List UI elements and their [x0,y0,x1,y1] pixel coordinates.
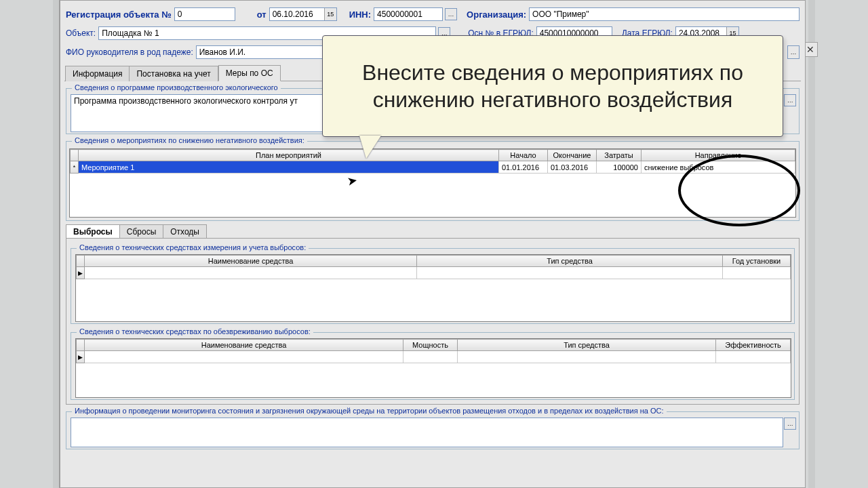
cell-end[interactable]: 01.03.2016 [548,161,597,174]
table-row[interactable]: ▶ [77,351,791,363]
org-label: Организация: [467,9,526,20]
inn-lookup-button[interactable]: … [445,8,457,20]
col-plan[interactable]: План мероприятий [79,150,499,161]
instruction-text: Внесите сведения о мероприятиях по сниже… [335,59,770,113]
col-start[interactable]: Начало [499,150,548,161]
monitoring-textarea[interactable] [71,418,783,447]
reg-number-input[interactable] [174,7,235,21]
col-end[interactable]: Окончание [548,150,597,161]
instruction-callout: Внесите сведения о мероприятиях по сниже… [322,35,783,137]
col-eff[interactable]: Эффективность [716,340,791,351]
group2-title: Сведения о мероприятиях по снижению нега… [72,136,307,144]
measurement-table[interactable]: Наименование средства Тип средства Год у… [76,255,791,279]
row-indicator-header [71,150,79,161]
neutralization-table[interactable]: Наименование средства Мощность Тип средс… [76,339,791,363]
group4-title: Сведения о технических средствах по обез… [77,327,313,336]
object-label: Объект: [66,28,96,38]
reg-date-input[interactable] [270,8,324,20]
col-type[interactable]: Тип средства [417,256,723,267]
table-row[interactable]: * Мероприятие 1 01.01.2016 01.03.2016 10… [71,161,795,174]
row-indicator: * [71,161,79,174]
col-name[interactable]: Наименование средства [85,256,417,267]
callout-tail [359,136,381,159]
group1-title: Сведения о программе производственного э… [72,83,281,92]
title-prefix: Регистрация объекта № [66,9,172,20]
tab-registration[interactable]: Постановка на учет [129,66,218,81]
col-direction[interactable]: Направление [642,150,795,161]
fio-lookup-button[interactable]: … [787,45,800,59]
ot-label: от [257,9,267,20]
cell-direction[interactable]: снижение выбросов [642,161,795,174]
group3-title: Сведения о технических средствах измерен… [77,243,309,251]
cell-plan[interactable]: Мероприятие 1 [79,161,499,174]
table-row[interactable]: ▶ [77,267,791,279]
col-type2[interactable]: Тип средства [458,340,716,351]
col-name2[interactable]: Наименование средства [85,340,403,351]
cell-cost[interactable]: 100000 [597,161,642,174]
tab-os-measures[interactable]: Меры по ОС [218,65,281,81]
inn-input[interactable] [374,7,443,21]
tab-information[interactable]: Информация [65,66,130,81]
program-lookup-button[interactable]: … [784,94,796,106]
inn-label: ИНН: [349,9,371,20]
subtab-emissions[interactable]: Выбросы [66,224,120,239]
monitoring-lookup-button[interactable]: … [784,418,796,430]
col-year[interactable]: Год установки [723,256,791,267]
measures-table[interactable]: План мероприятий Начало Окончание Затрат… [70,149,795,174]
subtab-waste[interactable]: Отходы [163,224,207,239]
col-cost[interactable]: Затраты [597,150,642,161]
sub-tabs: Выбросы Сбросы Отходы [60,224,805,238]
subtab-discharges[interactable]: Сбросы [119,224,164,239]
cell-start[interactable]: 01.01.2016 [499,161,548,174]
calendar-icon[interactable]: 15 [324,8,336,20]
fio-label: ФИО руководителя в род падеже: [66,47,193,57]
group5-title: Информация о проведении мониторинга сост… [72,407,667,415]
org-input[interactable] [529,7,800,21]
col-power[interactable]: Мощность [403,340,458,351]
